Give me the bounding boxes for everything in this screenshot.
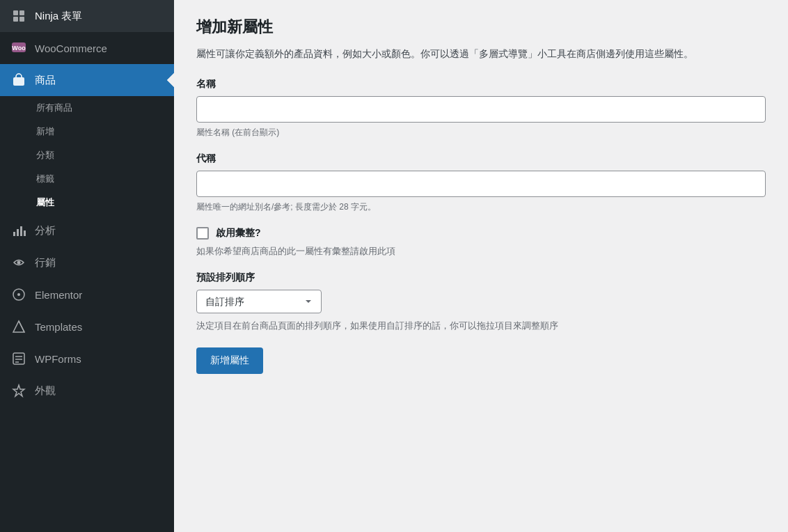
sidebar-item-templates-label: Templates — [35, 321, 82, 333]
analytics-icon — [11, 223, 26, 238]
sidebar-subitem-attributes[interactable]: 屬性 — [0, 191, 174, 214]
sort-order-hint: 決定項目在前台商品頁面的排列順序，如果使用自訂排序的話，你可以拖拉項目來調整順序 — [196, 319, 766, 334]
svg-rect-0 — [13, 10, 18, 15]
name-hint: 屬性名稱 (在前台顯示) — [196, 127, 766, 139]
sort-order-group: 預設排列順序 自訂排序 依名稱 依名稱 (數字) 依 ID 決定項目在前台商品頁… — [196, 272, 766, 334]
products-submenu: 所有商品 新增 分類 標籤 屬性 — [0, 96, 174, 214]
elementor-icon — [11, 287, 26, 302]
sidebar-item-marketing-label: 行銷 — [35, 256, 56, 269]
slug-field-group: 代稱 屬性唯一的網址別名/參考; 長度需少於 28 字元。 — [196, 152, 766, 213]
sidebar-item-marketing[interactable]: 行銷 — [0, 247, 174, 279]
sidebar: Ninja 表單 Woo WooCommerce 商品 所有商品 新增 — [0, 0, 174, 532]
sidebar-item-woocommerce-label: WooCommerce — [35, 42, 107, 54]
slug-input[interactable] — [196, 171, 766, 197]
name-field-group: 名稱 屬性名稱 (在前台顯示) — [196, 78, 766, 139]
svg-rect-10 — [24, 230, 26, 236]
svg-rect-8 — [17, 229, 19, 236]
svg-rect-3 — [19, 17, 24, 22]
page-title: 增加新屬性 — [196, 17, 766, 38]
sidebar-item-templates[interactable]: Templates — [0, 311, 174, 343]
sidebar-item-wpforms-label: WPForms — [35, 353, 81, 365]
main-content: 增加新屬性 屬性可讓你定義額外的產品資料，例如大小或顏色。你可以透過「多層式導覽… — [174, 0, 788, 532]
sidebar-subitem-categories[interactable]: 分類 — [0, 143, 174, 167]
page-description: 屬性可讓你定義額外的產品資料，例如大小或顏色。你可以透過「多層式導覽」小工具在商… — [196, 46, 753, 61]
sidebar-item-wpforms[interactable]: WPForms — [0, 343, 174, 375]
sidebar-item-appearance-label: 外觀 — [35, 384, 56, 398]
enable-archives-label: 啟用彙整? — [216, 227, 261, 240]
svg-rect-6 — [13, 77, 24, 86]
name-input[interactable] — [196, 96, 766, 123]
templates-icon — [11, 319, 26, 334]
name-label: 名稱 — [196, 78, 766, 91]
svg-rect-1 — [19, 10, 24, 15]
submit-button[interactable]: 新增屬性 — [196, 347, 263, 374]
sort-order-select[interactable]: 自訂排序 依名稱 依名稱 (數字) 依 ID — [196, 290, 322, 313]
svg-text:Woo: Woo — [12, 45, 26, 52]
sidebar-item-woocommerce[interactable]: Woo WooCommerce — [0, 32, 174, 64]
sidebar-item-products-label: 商品 — [35, 74, 56, 87]
active-arrow — [167, 73, 174, 87]
svg-rect-9 — [20, 226, 22, 236]
sidebar-item-ninja-forms[interactable]: Ninja 表單 — [0, 0, 174, 32]
sidebar-subitem-tags[interactable]: 標籤 — [0, 167, 174, 191]
sidebar-item-products[interactable]: 商品 — [0, 64, 174, 96]
enable-archives-checkbox[interactable] — [196, 227, 209, 240]
slug-hint: 屬性唯一的網址別名/參考; 長度需少於 28 字元。 — [196, 201, 766, 213]
sort-select-wrapper: 自訂排序 依名稱 依名稱 (數字) 依 ID — [196, 290, 322, 313]
sidebar-item-analytics[interactable]: 分析 — [0, 214, 174, 247]
enable-archives-hint: 如果你希望商店商品的此一屬性有彙整請啟用此項 — [196, 245, 766, 258]
sidebar-item-elementor-label: Elementor — [35, 289, 82, 301]
appearance-icon — [11, 383, 26, 398]
ninja-forms-icon — [11, 8, 26, 24]
wpforms-icon — [11, 351, 26, 366]
sort-order-label: 預設排列順序 — [196, 272, 766, 284]
marketing-icon — [11, 255, 26, 270]
products-icon — [11, 72, 26, 88]
sidebar-subitem-all-products[interactable]: 所有商品 — [0, 96, 174, 120]
sidebar-item-appearance[interactable]: 外觀 — [0, 375, 174, 407]
svg-rect-2 — [13, 17, 18, 22]
svg-rect-7 — [13, 232, 15, 236]
sidebar-item-ninja-forms-label: Ninja 表單 — [35, 10, 82, 23]
slug-label: 代稱 — [196, 152, 766, 165]
svg-point-11 — [17, 261, 21, 265]
sidebar-item-elementor[interactable]: Elementor — [0, 279, 174, 311]
svg-point-13 — [17, 293, 20, 296]
sidebar-item-analytics-label: 分析 — [35, 224, 56, 237]
enable-archives-row: 啟用彙整? — [196, 227, 766, 240]
sidebar-subitem-add-new[interactable]: 新增 — [0, 120, 174, 143]
sidebar-products-section: 商品 所有商品 新增 分類 標籤 屬性 — [0, 64, 174, 214]
woocommerce-icon: Woo — [11, 40, 26, 56]
